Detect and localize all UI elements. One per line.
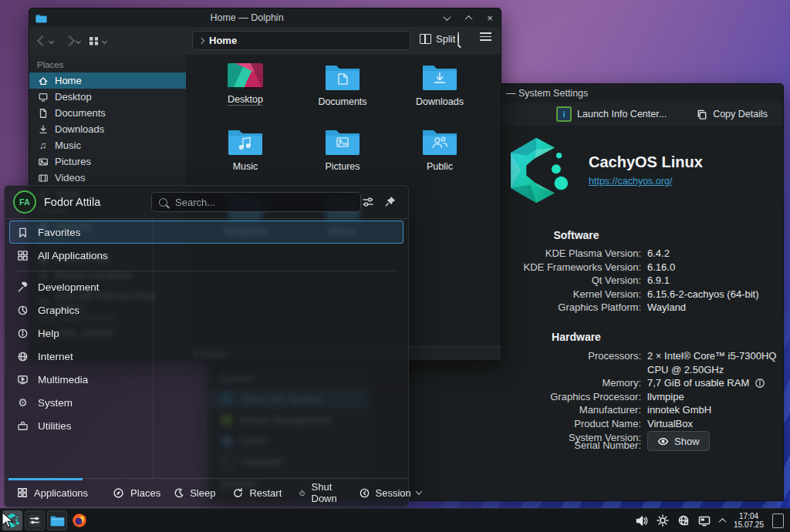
launch-info-center-button[interactable]: i Launch Info Center... <box>552 106 671 123</box>
applications-tab-icon <box>17 487 28 498</box>
help-info-icon <box>16 328 29 339</box>
home-icon <box>37 76 49 86</box>
sleep-button[interactable]: z Sleep <box>173 487 215 499</box>
place-home[interactable]: Home <box>29 72 186 89</box>
places-header: Places <box>29 55 186 72</box>
configure-icon[interactable] <box>362 196 374 208</box>
distro-url-link[interactable]: https://cachyos.org/ <box>589 176 672 187</box>
view-mode-button[interactable] <box>89 37 106 45</box>
split-icon <box>420 34 431 44</box>
cachyos-logo <box>502 135 573 206</box>
category-internet[interactable]: Internet <box>9 345 403 368</box>
category-favorites[interactable]: Favorites <box>9 221 403 244</box>
tray-expand-chevron-icon[interactable] <box>719 517 727 525</box>
music-note-icon: ♫ <box>37 140 49 151</box>
os-name: CachyOS Linux <box>589 153 703 171</box>
place-music[interactable]: ♫ Music <box>29 137 186 153</box>
power-icon <box>299 487 306 499</box>
network-tray-icon[interactable] <box>677 514 690 527</box>
app-grid-icon <box>16 250 29 261</box>
show-serial-button[interactable]: Show <box>647 431 710 451</box>
brightness-icon[interactable] <box>657 514 669 527</box>
breadcrumb[interactable]: Home <box>209 35 237 46</box>
show-desktop-button[interactable] <box>772 513 784 528</box>
place-desktop[interactable]: Desktop <box>29 89 186 105</box>
desktop: — System Settings × i Launch Info Center… <box>0 0 790 532</box>
place-downloads[interactable]: Downloads <box>29 121 186 137</box>
folder-desktop[interactable]: Desktop <box>197 61 294 126</box>
session-button[interactable]: Session <box>359 487 421 499</box>
picture-icon <box>37 157 49 167</box>
pin-icon[interactable] <box>384 196 396 207</box>
user-name: Fodor Attila <box>44 196 100 208</box>
info-row: Memory: 7,7 GiB of usable RAM <box>370 376 783 390</box>
search-input[interactable] <box>174 196 353 209</box>
launcher-header: FA Fodor Attila <box>5 186 408 219</box>
back-history-chevron-icon[interactable] <box>49 38 54 43</box>
launcher-body: Favorites All Applications Development G… <box>5 218 408 479</box>
firefox-task[interactable] <box>69 510 89 530</box>
clock-date: 15.07.25 <box>734 520 764 529</box>
category-all-applications[interactable]: All Applications <box>9 244 403 267</box>
category-divider <box>15 271 397 271</box>
mouse-cursor <box>1 511 15 530</box>
hamburger-menu-icon[interactable] <box>480 32 491 41</box>
minimize-icon[interactable] <box>442 13 451 22</box>
place-pictures[interactable]: Pictures <box>29 153 186 170</box>
clock-time: 17:04 <box>734 512 764 520</box>
folder-icon <box>324 126 361 157</box>
tab-applications[interactable]: Applications <box>5 479 100 507</box>
distro-header: CachyOS Linux https://cachyos.org/ <box>502 135 703 206</box>
category-system[interactable]: ⚙ System <box>9 391 403 414</box>
dolphin-title: Home — Dolphin <box>52 12 442 23</box>
taskbar-panel: 17:04 15.07.25 <box>0 508 790 532</box>
avatar[interactable]: FA <box>13 190 36 214</box>
dolphin-titlebar[interactable]: Home — Dolphin × <box>29 8 501 28</box>
active-tab-indicator <box>8 478 83 480</box>
folder-icon <box>324 61 361 92</box>
back-icon[interactable] <box>37 35 48 46</box>
category-help[interactable]: Help <box>9 322 403 345</box>
restart-button[interactable]: Restart <box>232 487 282 499</box>
view-mode-chevron-icon <box>102 38 107 43</box>
folder-pictures[interactable]: Pictures <box>294 126 391 190</box>
folder-documents[interactable]: Documents <box>294 61 391 126</box>
close-icon[interactable]: × <box>485 13 495 22</box>
firefox-icon <box>72 513 87 528</box>
dolphin-task[interactable] <box>47 510 67 530</box>
forward-icon[interactable] <box>64 35 75 46</box>
graphics-icon <box>16 305 29 316</box>
bookmark-icon <box>16 227 29 238</box>
folder-music[interactable]: Music <box>197 126 294 190</box>
hardware-rows: Processors:2 × Intel® Core™ i5-7300HQ CP… <box>370 349 783 444</box>
toolbox-icon <box>16 420 29 432</box>
globe-icon <box>16 351 29 362</box>
copy-icon <box>696 109 707 120</box>
serial-row: Serial Number: Show <box>370 434 783 453</box>
location-bar[interactable]: Home <box>192 31 410 50</box>
copy-details-button[interactable]: Copy Details <box>691 108 772 121</box>
tab-places[interactable]: Places <box>100 479 173 507</box>
document-icon <box>37 108 49 119</box>
launcher-search[interactable] <box>151 192 361 212</box>
info-row: Product Name:VirtualBox <box>370 417 783 431</box>
place-videos[interactable]: Videos <box>29 170 186 186</box>
folder-public[interactable]: Public <box>391 126 488 190</box>
shutdown-button[interactable]: Shut Down <box>299 481 341 504</box>
place-documents[interactable]: Documents <box>29 105 186 121</box>
maximize-icon[interactable] <box>464 13 473 22</box>
display-tray-icon[interactable] <box>698 515 711 527</box>
system-settings-task[interactable] <box>25 510 45 530</box>
split-button[interactable]: Split <box>415 32 460 45</box>
search-icon[interactable] <box>457 32 459 46</box>
folder-downloads[interactable]: Downloads <box>391 61 488 126</box>
volume-icon[interactable] <box>636 515 648 527</box>
category-development[interactable]: Development <box>9 275 403 298</box>
system-tray: 17:04 15.07.25 <box>636 512 790 529</box>
category-utilities[interactable]: Utilities <box>9 414 403 437</box>
category-multimedia[interactable]: Multimedia <box>9 368 403 391</box>
digital-clock[interactable]: 17:04 15.07.25 <box>734 512 764 529</box>
forward-history-chevron-icon[interactable] <box>76 38 81 43</box>
memory-info-icon[interactable] <box>755 378 765 389</box>
category-graphics[interactable]: Graphics <box>9 298 403 322</box>
